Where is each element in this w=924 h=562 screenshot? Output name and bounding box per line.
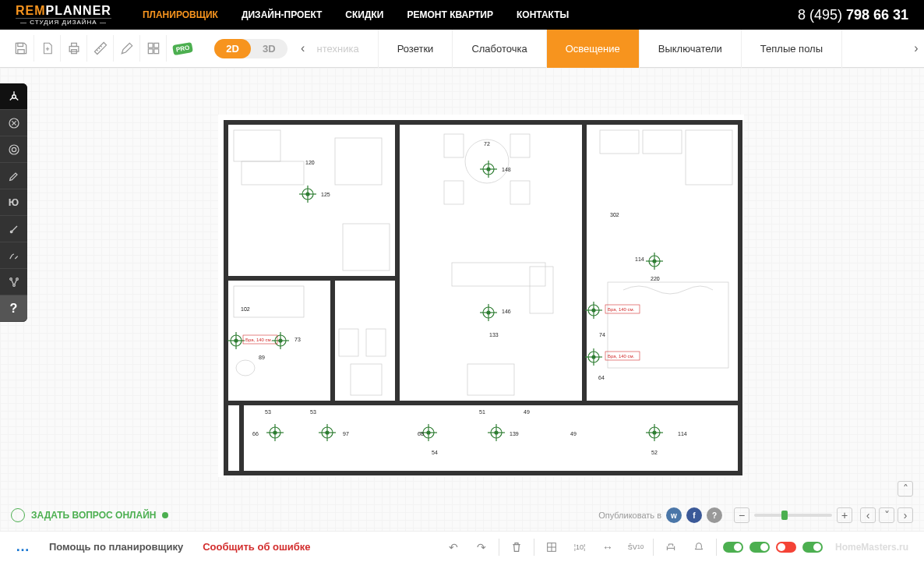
- svg-text:64: 64: [598, 375, 605, 380]
- svg-text:74: 74: [599, 332, 605, 338]
- nav-planner[interactable]: ПЛАНИРОВЩИК: [143, 9, 218, 20]
- svg-text:114: 114: [635, 256, 644, 262]
- canvas-area[interactable]: Ю ? 120125721483021461331142207464102738…: [0, 68, 924, 531]
- svg-rect-0: [17, 43, 23, 46]
- view-mode-toggle: 2D 3D: [214, 39, 287, 58]
- tool-circle-x-icon[interactable]: [0, 110, 27, 136]
- svg-text:120: 120: [305, 160, 315, 165]
- tool-plug-icon[interactable]: [0, 216, 27, 242]
- more-menu-icon[interactable]: …: [16, 539, 30, 555]
- undo-icon[interactable]: ↶: [443, 536, 464, 558]
- svg-text:Бра, 140 см.: Бра, 140 см.: [608, 354, 635, 359]
- tool-anchor-icon[interactable]: Ю: [0, 189, 27, 216]
- toolbar: PRO 2D 3D ‹ нтехника Розетки Слаботочка …: [0, 30, 924, 68]
- save-icon[interactable]: [8, 35, 34, 62]
- tab-sockets[interactable]: Розетки: [379, 30, 453, 68]
- toggle-1[interactable]: [723, 542, 743, 553]
- nav-contacts[interactable]: КОНТАКТЫ: [517, 9, 569, 20]
- svg-rect-2: [69, 47, 79, 52]
- new-page-icon[interactable]: [34, 35, 61, 62]
- svg-text:54: 54: [432, 450, 438, 455]
- share-help-icon[interactable]: ?: [707, 507, 722, 523]
- pan-up-button[interactable]: ˄: [898, 481, 913, 497]
- floorplan-svg[interactable]: 1201257214830214613311422074641027389536…: [218, 115, 744, 477]
- ask-online-button[interactable]: ЗАДАТЬ ВОПРОС ОНЛАЙН: [31, 510, 156, 521]
- nav-discounts[interactable]: СКИДКИ: [345, 9, 383, 20]
- svg-text:89: 89: [259, 355, 265, 360]
- sv-10-icon[interactable]: ŠV10: [625, 536, 647, 558]
- publish-label: Опубликовать в: [598, 511, 661, 520]
- snap-10-icon[interactable]: ¦10¦: [569, 536, 591, 558]
- svg-text:51: 51: [479, 409, 485, 415]
- tabs-scroll-left[interactable]: ‹: [295, 30, 311, 68]
- svg-point-16: [12, 284, 15, 286]
- view-2d-button[interactable]: 2D: [214, 39, 251, 58]
- grid-snap-icon[interactable]: [541, 536, 563, 558]
- footer-help-link[interactable]: Помощь по планировщику: [49, 541, 183, 553]
- svg-rect-8: [153, 49, 158, 54]
- svg-rect-6: [153, 43, 158, 48]
- bell-icon[interactable]: [688, 536, 710, 558]
- tool-help-icon[interactable]: ?: [0, 295, 27, 322]
- svg-text:302: 302: [610, 212, 619, 217]
- svg-point-12: [12, 147, 16, 151]
- svg-text:102: 102: [241, 306, 250, 312]
- print-icon[interactable]: [61, 35, 87, 62]
- svg-text:125: 125: [321, 192, 330, 197]
- footer: … Помощь по планировщику Сообщить об оши…: [0, 531, 924, 562]
- pro-badge[interactable]: PRO: [172, 41, 193, 55]
- toggle-4[interactable]: [802, 542, 823, 553]
- svg-text:53: 53: [310, 409, 316, 415]
- zoom-slider[interactable]: [754, 514, 832, 517]
- svg-text:139: 139: [510, 431, 519, 437]
- svg-text:97: 97: [343, 431, 349, 437]
- pan-right-button[interactable]: ›: [898, 507, 913, 523]
- tools-icon[interactable]: [114, 35, 140, 62]
- toggle-2[interactable]: [749, 542, 770, 553]
- tabs: нтехника Розетки Слаботочка Освещение Вы…: [311, 30, 908, 68]
- dimension-icon[interactable]: ↔: [597, 536, 619, 558]
- zoom-out-button[interactable]: −: [734, 507, 749, 523]
- tabs-scroll-right[interactable]: ›: [908, 30, 924, 68]
- svg-text:Бра, 140 см.: Бра, 140 см.: [608, 307, 635, 312]
- tab-lighting[interactable]: Освещение: [547, 30, 640, 68]
- svg-rect-5: [148, 43, 153, 48]
- logo[interactable]: REMPLANNER — СТУДИЯ ДИЗАЙНА —: [16, 4, 111, 26]
- svg-text:73: 73: [294, 337, 301, 342]
- tab-lowcurrent[interactable]: Слаботочка: [453, 30, 546, 68]
- tool-spiral-icon[interactable]: [0, 136, 27, 163]
- chat-icon[interactable]: [11, 508, 25, 522]
- footer-report-link[interactable]: Сообщить об ошибке: [203, 541, 310, 553]
- nav-design[interactable]: ДИЗАЙН-ПРОЕКТ: [242, 9, 322, 20]
- delete-icon[interactable]: [506, 536, 527, 558]
- logo-planner: PLANNER: [46, 4, 111, 17]
- tab-plumbing[interactable]: нтехника: [311, 30, 379, 68]
- pan-down-button[interactable]: ˅: [879, 507, 894, 523]
- zoom-controls: − +: [734, 507, 852, 523]
- nav-repair[interactable]: РЕМОНТ КВАРТИР: [407, 9, 493, 20]
- tab-switches[interactable]: Выключатели: [640, 30, 742, 68]
- svg-text:114: 114: [678, 431, 687, 437]
- view-3d-button[interactable]: 3D: [251, 39, 287, 58]
- svg-text:49: 49: [524, 409, 530, 415]
- svg-text:66: 66: [252, 431, 259, 437]
- side-tool-panel: Ю ?: [0, 83, 27, 322]
- tool-node-icon[interactable]: [0, 83, 27, 110]
- pan-left-button[interactable]: ‹: [860, 507, 876, 523]
- furniture-icon[interactable]: [660, 536, 682, 558]
- toggle-3[interactable]: [776, 542, 796, 553]
- tool-branch-icon[interactable]: [0, 269, 27, 295]
- tool-wave-icon[interactable]: [0, 242, 27, 269]
- share-fb-icon[interactable]: f: [686, 507, 702, 523]
- svg-point-15: [16, 277, 18, 280]
- logo-subtitle: — СТУДИЯ ДИЗАЙНА —: [16, 18, 111, 26]
- zoom-in-button[interactable]: +: [837, 507, 852, 523]
- ruler-icon[interactable]: [87, 35, 114, 62]
- tab-warmfloor[interactable]: Теплые полы: [742, 30, 842, 68]
- share-vk-icon[interactable]: w: [666, 507, 682, 523]
- redo-icon[interactable]: ↷: [471, 536, 492, 558]
- grid-icon[interactable]: [140, 35, 167, 62]
- publish-block: Опубликовать в w f ?: [598, 507, 722, 523]
- canvas-info-bar: ЗАДАТЬ ВОПРОС ОНЛАЙН Опубликовать в w f …: [0, 500, 924, 531]
- tool-brush-icon[interactable]: [0, 163, 27, 189]
